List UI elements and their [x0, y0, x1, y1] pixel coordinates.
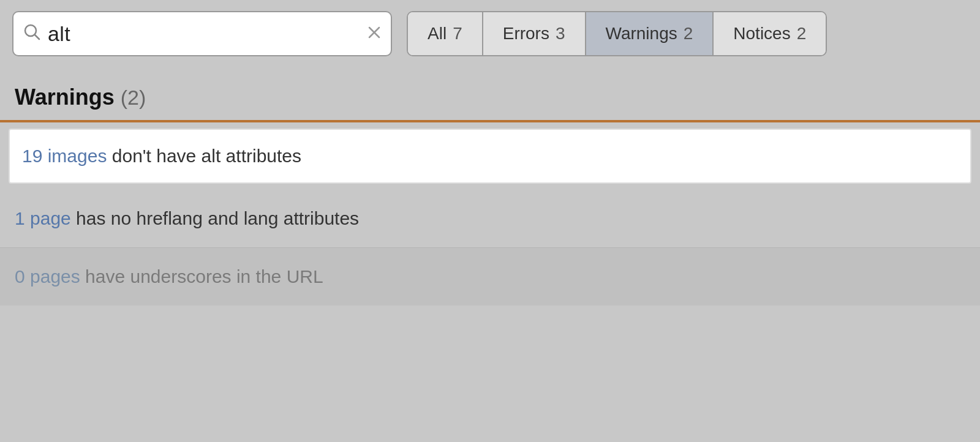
tab-warnings-count: 2	[684, 24, 693, 43]
result-3-text: 0 pages have underscores in the URL	[15, 266, 323, 287]
search-box[interactable]: alt	[12, 11, 392, 56]
tab-warnings[interactable]: Warnings 2	[586, 12, 714, 55]
tab-notices-count: 2	[797, 24, 807, 43]
tab-errors-count: 3	[556, 24, 565, 43]
result-1-text: 19 images don't have alt attributes	[22, 146, 301, 166]
svg-line-1	[35, 35, 39, 39]
tab-errors[interactable]: Errors 3	[483, 12, 586, 55]
result-2-link[interactable]: 1 page	[15, 208, 71, 228]
result-item-1[interactable]: 19 images don't have alt attributes	[9, 129, 971, 184]
tab-all-count: 7	[453, 24, 462, 43]
section-header: Warnings (2)	[0, 67, 980, 120]
result-item-2[interactable]: 1 page has no hreflang and lang attribut…	[0, 190, 980, 248]
result-3-rest: have underscores in the URL	[80, 266, 323, 287]
tab-all-label: All	[428, 24, 447, 43]
result-1-rest: don't have alt attributes	[107, 146, 301, 166]
warning-divider	[0, 120, 980, 122]
section-title: Warnings (2)	[15, 84, 965, 110]
tab-notices[interactable]: Notices 2	[714, 12, 826, 55]
top-bar: alt All 7 Errors 3 Warnings 2 Notices 2	[0, 0, 980, 67]
result-1-link[interactable]: 19 images	[22, 146, 107, 166]
tab-warnings-label: Warnings	[606, 24, 677, 43]
section-title-text: Warnings	[15, 84, 115, 110]
tab-notices-label: Notices	[733, 24, 790, 43]
result-3-link[interactable]: 0 pages	[15, 266, 80, 287]
results-list: 19 images don't have alt attributes 1 pa…	[0, 129, 980, 305]
tab-errors-label: Errors	[503, 24, 549, 43]
search-clear-button[interactable]	[368, 24, 381, 43]
result-2-text: 1 page has no hreflang and lang attribut…	[15, 208, 359, 228]
tab-all[interactable]: All 7	[408, 12, 483, 55]
search-value: alt	[48, 22, 360, 46]
result-item-3[interactable]: 0 pages have underscores in the URL	[0, 248, 980, 305]
result-2-rest: has no hreflang and lang attributes	[71, 208, 359, 228]
section-count: (2)	[121, 86, 146, 109]
filter-tabs: All 7 Errors 3 Warnings 2 Notices 2	[407, 11, 827, 56]
search-icon	[23, 23, 40, 45]
